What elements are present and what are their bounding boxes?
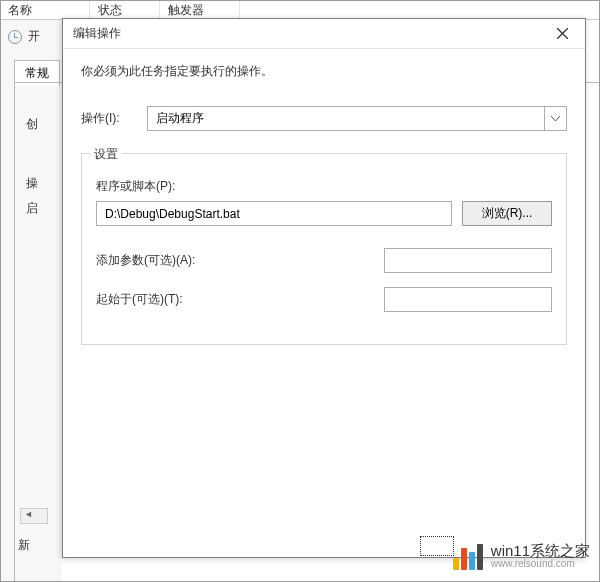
bg-new-label: 新 bbox=[18, 537, 30, 554]
args-row: 添加参数(可选)(A): bbox=[96, 248, 552, 273]
settings-legend: 设置 bbox=[90, 146, 122, 163]
browse-button[interactable]: 浏览(R)... bbox=[462, 201, 552, 226]
bg-scrollbar-left[interactable] bbox=[20, 508, 48, 524]
close-button[interactable] bbox=[539, 19, 585, 49]
bg-create-label: 创 bbox=[26, 116, 38, 133]
args-input[interactable] bbox=[384, 248, 552, 273]
bg-column-header: 名称 状态 触发器 bbox=[0, 0, 600, 20]
settings-fieldset: 设置 程序或脚本(P): 浏览(R)... 添加参数(可选)(A): 起始于(可… bbox=[81, 153, 567, 345]
bg-open-row: 开 bbox=[8, 28, 40, 45]
action-select-value: 启动程序 bbox=[156, 110, 204, 127]
script-label: 程序或脚本(P): bbox=[96, 178, 552, 195]
dialog-titlebar: 编辑操作 bbox=[63, 19, 585, 49]
col-trigger[interactable]: 触发器 bbox=[160, 0, 240, 19]
col-status[interactable]: 状态 bbox=[90, 0, 160, 19]
focus-indicator bbox=[420, 536, 454, 556]
script-row: 浏览(R)... bbox=[96, 201, 552, 226]
startin-row: 起始于(可选)(T): bbox=[96, 287, 552, 312]
bg-col-action: 操 bbox=[26, 175, 38, 192]
watermark-cn: win11系统之家 bbox=[491, 543, 590, 558]
action-select[interactable]: 启动程序 bbox=[147, 106, 567, 131]
dialog-body: 你必须为此任务指定要执行的操作。 操作(I): 启动程序 设置 程序或脚本(P)… bbox=[63, 49, 585, 557]
chevron-down-icon bbox=[544, 107, 566, 130]
col-name[interactable]: 名称 bbox=[0, 0, 90, 19]
watermark: win11系统之家 www.relsound.com bbox=[453, 543, 590, 570]
args-label: 添加参数(可选)(A): bbox=[96, 252, 384, 269]
watermark-logo-icon bbox=[453, 544, 483, 570]
close-icon bbox=[557, 28, 568, 39]
action-row: 操作(I): 启动程序 bbox=[81, 106, 567, 131]
dialog-title: 编辑操作 bbox=[73, 25, 539, 42]
edit-action-dialog: 编辑操作 你必须为此任务指定要执行的操作。 操作(I): 启动程序 设置 程序或… bbox=[62, 18, 586, 558]
script-input[interactable] bbox=[96, 201, 452, 226]
instruction-text: 你必须为此任务指定要执行的操作。 bbox=[81, 63, 567, 80]
startin-label: 起始于(可选)(T): bbox=[96, 291, 384, 308]
action-label: 操作(I): bbox=[81, 110, 133, 127]
watermark-url: www.relsound.com bbox=[491, 558, 590, 570]
bg-col-arg: 启 bbox=[26, 200, 38, 217]
watermark-text: win11系统之家 www.relsound.com bbox=[491, 543, 590, 570]
bg-open-label: 开 bbox=[28, 28, 40, 45]
startin-input[interactable] bbox=[384, 287, 552, 312]
clock-icon bbox=[8, 30, 22, 44]
